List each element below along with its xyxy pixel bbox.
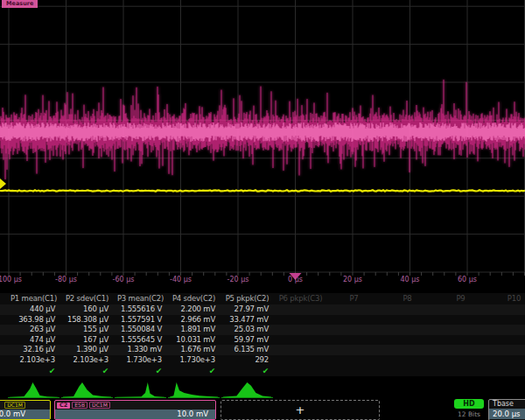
oscilloscope-screen: Measure -100 µs-80 µs-60 µs-40 µs-20 µs0… (0, 0, 525, 420)
param-value (274, 304, 327, 315)
param-header[interactable]: P5 pkpk(C2) (220, 293, 274, 304)
param-value: 1.330 mV (114, 345, 167, 355)
param-value: 2.966 mV (167, 315, 220, 326)
param-value (327, 345, 381, 355)
time-axis-label: 0 µs (288, 276, 303, 284)
histicon[interactable] (167, 380, 220, 399)
time-axis-label: -80 µs (55, 276, 77, 284)
param-header[interactable]: P3 mean(C2) (114, 293, 167, 304)
status-check (487, 366, 525, 376)
param-value (327, 335, 381, 346)
param-value: 440 µV (7, 304, 60, 315)
param-value: 1.555616 V (114, 304, 167, 315)
param-value (327, 304, 381, 315)
param-value (274, 315, 327, 326)
param-value: 363.98 µV (7, 315, 60, 326)
time-axis-label: 40 µs (401, 276, 420, 284)
param-value (327, 325, 381, 335)
time-axis-label: -20 µs (228, 276, 249, 284)
table-row: 2.103e+32.103e+31.730e+31.730e+3292 (0, 355, 525, 366)
param-value: 32.16 µV (7, 345, 60, 355)
time-axis-label: -60 µs (113, 276, 135, 284)
channel-c1-descriptor[interactable]: C1 DC1M 10.0 mV (0, 400, 51, 420)
time-axis-label: -100 µs (0, 276, 22, 284)
c1-trace[interactable] (0, 190, 525, 191)
param-value: 1.730e+3 (114, 355, 167, 366)
param-header[interactable]: P6 pkpk(C3) (274, 293, 327, 304)
table-row: 363.98 µV158.308 µV1.557591 V2.966 mV33.… (0, 315, 525, 326)
time-axis-label: 60 µs (458, 276, 477, 284)
param-value (434, 325, 487, 335)
timebase-descriptor[interactable]: Tbase 20.0 µs (488, 399, 525, 420)
timebase-value: 20.0 µs (489, 409, 525, 419)
measure-popup-label: Measure (2, 0, 38, 8)
param-value: 1.390 µV (60, 345, 114, 355)
histicon[interactable] (60, 380, 114, 399)
status-check (434, 366, 487, 376)
param-header[interactable]: P9 (434, 293, 487, 304)
c1-zero-marker[interactable] (0, 178, 6, 189)
param-header[interactable]: P2 sdev(C1) (60, 293, 114, 304)
param-value (274, 355, 327, 366)
channel-c2-descriptor[interactable]: C2 ESB DC1M 10.0 mV (54, 400, 216, 420)
histicon[interactable] (114, 380, 167, 399)
param-value: 59.97 mV (220, 335, 274, 346)
param-value (487, 335, 525, 346)
param-value (381, 335, 434, 346)
param-value: 167 µV (60, 335, 114, 346)
param-value (327, 355, 381, 366)
param-value (381, 304, 434, 315)
table-row: 474 µV167 µV1.555645 V10.031 mV59.97 mV (0, 335, 525, 346)
param-value: 6.135 mV (220, 345, 274, 355)
param-value: 155 µV (60, 325, 114, 335)
param-value: 160 µV (60, 304, 114, 315)
param-value (434, 315, 487, 326)
param-value: 33.477 mV (220, 315, 274, 326)
measure-table: P1 mean(C1)P2 sdev(C1)P3 mean(C2)P4 sdev… (0, 293, 525, 378)
time-axis-label: -40 µs (170, 276, 192, 284)
table-row: 440 µV160 µV1.555616 V2.200 mV27.97 mV (0, 304, 525, 315)
hd-mode-badge[interactable]: HD (454, 399, 484, 409)
param-value (487, 315, 525, 326)
param-value: 1.730e+3 (167, 355, 220, 366)
param-value: 292 (220, 355, 274, 366)
param-header[interactable]: P7 (327, 293, 381, 304)
param-header[interactable]: P8 (381, 293, 434, 304)
bit-depth-label: 12 Bits (452, 410, 486, 418)
status-check: ✔ (114, 366, 167, 376)
param-value (381, 315, 434, 326)
status-check (381, 366, 434, 376)
param-header[interactable]: P10 (487, 293, 525, 304)
histicon[interactable] (220, 380, 274, 399)
param-value: 10.031 mV (167, 335, 220, 346)
add-trace-button[interactable]: + (220, 400, 380, 420)
c2-coupling-badge: DC1M (89, 402, 110, 409)
waveform-display (0, 0, 525, 290)
param-value: 1.550084 V (114, 325, 167, 335)
param-value: 2.200 mV (167, 304, 220, 315)
histicon[interactable] (7, 380, 60, 399)
param-header[interactable]: P4 sdev(C2) (167, 293, 220, 304)
histicon-row (0, 380, 525, 399)
param-value (327, 315, 381, 326)
param-value (434, 304, 487, 315)
table-row: 263 µV155 µV1.550084 V1.891 mV25.03 mV (0, 325, 525, 335)
status-check: ✔ (167, 366, 220, 376)
param-header[interactable]: P1 mean(C1) (7, 293, 60, 304)
plus-icon: + (296, 403, 305, 416)
status-check: ✔ (60, 366, 114, 376)
status-check: ✔ (7, 366, 60, 376)
param-value (434, 355, 487, 366)
param-value: 2.103e+3 (60, 355, 114, 366)
param-value (381, 355, 434, 366)
time-axis-label: 20 µs (343, 276, 362, 284)
time-axis: -100 µs-80 µs-60 µs-40 µs-20 µs0 µs20 µs… (0, 276, 525, 288)
param-value (487, 345, 525, 355)
param-value: 25.03 mV (220, 325, 274, 335)
param-value: 1.557591 V (114, 315, 167, 326)
param-value (487, 355, 525, 366)
c2-label: C2 (57, 402, 70, 409)
param-value: 1.555645 V (114, 335, 167, 346)
status-check (274, 366, 327, 376)
param-value (487, 325, 525, 335)
